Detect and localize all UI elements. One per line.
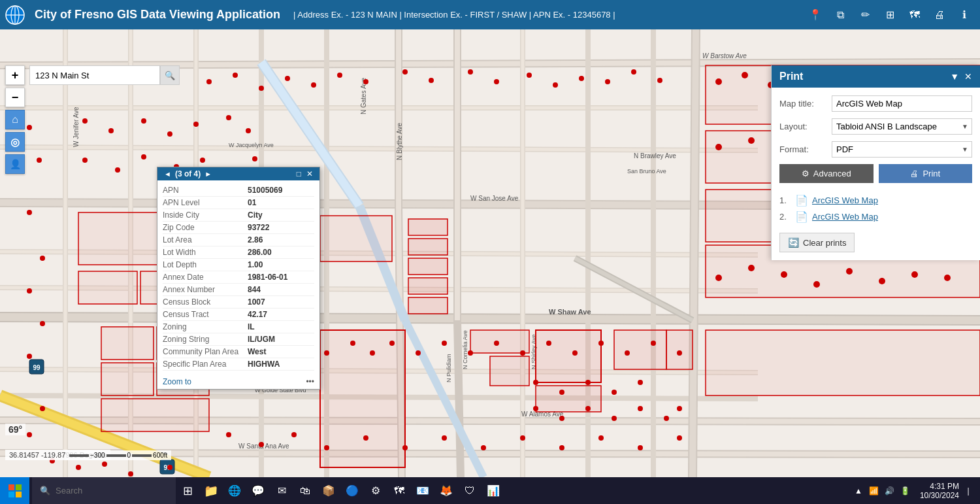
- print-panel-minimize-button[interactable]: ▼: [950, 71, 959, 82]
- taskbar-teams[interactable]: 💬: [246, 477, 270, 504]
- taskbar-antivirus[interactable]: 🛡: [458, 477, 482, 504]
- taskbar-right-area: ▲ 📶 🔊 🔋 4:31 PM 10/30/2024 |: [852, 482, 980, 500]
- taskbar-battery-icon[interactable]: 🔋: [899, 484, 912, 497]
- svg-point-193: [226, 432, 231, 437]
- find-location-icon[interactable]: 📍: [806, 6, 825, 24]
- taskbar-chevron-up[interactable]: ▲: [852, 484, 865, 497]
- taskbar-outlook[interactable]: 📧: [411, 477, 434, 504]
- popup-prev-button[interactable]: ◄: [163, 170, 172, 178]
- basemap-icon[interactable]: 🗺: [906, 6, 924, 24]
- zoom-out-button[interactable]: −: [5, 88, 25, 107]
- svg-point-189: [612, 416, 617, 421]
- popup-row-censusblock: Census Block 1007: [163, 296, 314, 309]
- taskbar-widget-button[interactable]: ⊞: [176, 477, 199, 504]
- svg-rect-221: [16, 484, 22, 490]
- print-panel-close-button[interactable]: ✕: [964, 71, 972, 82]
- taskbar-settings[interactable]: ⚙: [364, 477, 387, 504]
- svg-point-176: [572, 350, 578, 356]
- svg-point-120: [200, 158, 205, 163]
- print-header-controls: ▼ ✕: [950, 71, 972, 82]
- svg-point-96: [311, 82, 316, 88]
- print-layout-select[interactable]: Tabloid ANSI B Landscape: [832, 118, 972, 135]
- print-job-1: 1. 📄 ArcGIS Web Map: [779, 192, 972, 209]
- pdf-icon-1: 📄: [795, 194, 808, 207]
- taskbar-search-input[interactable]: [56, 486, 160, 496]
- taskbar-mail[interactable]: ✉: [270, 477, 293, 504]
- taskbar-app1[interactable]: 📊: [482, 477, 505, 504]
- svg-point-101: [468, 69, 473, 75]
- print-format-select[interactable]: PDF: [832, 141, 972, 158]
- taskbar-search-box[interactable]: 🔍: [32, 477, 176, 504]
- map-area[interactable]: 99 99 W Barstow Ave W San Jose Ave W Sha…: [0, 29, 980, 477]
- app-title: City of Fresno GIS Data Viewing Applicat…: [35, 8, 280, 22]
- popup-row-insidecity: Inside City City: [163, 209, 314, 222]
- print-icon[interactable]: 🖨: [930, 6, 949, 24]
- svg-point-123: [27, 125, 32, 130]
- taskbar-edge[interactable]: 🌐: [223, 477, 246, 504]
- svg-point-117: [115, 167, 120, 173]
- svg-point-130: [40, 406, 45, 411]
- svg-rect-81: [408, 219, 448, 235]
- print-action-buttons: ⚙ Advanced 🖨 Print: [779, 164, 972, 183]
- grid-icon[interactable]: ⊞: [881, 6, 899, 24]
- svg-rect-212: [101, 327, 154, 360]
- svg-point-110: [108, 128, 114, 133]
- popup-close-button[interactable]: ✕: [305, 169, 314, 178]
- print-panel-title: Print: [779, 71, 803, 82]
- svg-point-107: [631, 69, 636, 75]
- info-icon[interactable]: ℹ: [955, 6, 973, 24]
- taskbar-maps[interactable]: 🗺: [387, 477, 411, 504]
- home-button[interactable]: ⌂: [5, 110, 25, 129]
- system-clock[interactable]: 4:31 PM 10/30/2024: [920, 482, 959, 500]
- gear-icon: ⚙: [802, 169, 809, 178]
- print-job-2-link[interactable]: ArcGIS Web Map: [812, 212, 878, 222]
- svg-point-116: [82, 158, 88, 163]
- svg-point-114: [226, 115, 231, 120]
- zoom-in-button[interactable]: +: [5, 65, 25, 85]
- svg-text:N Pulidiam: N Pulidiam: [446, 354, 452, 382]
- print-format-label: Format:: [779, 144, 832, 154]
- print-format-select-wrapper: PDF ▼: [832, 141, 972, 158]
- taskbar-network-icon[interactable]: 📶: [868, 484, 881, 497]
- taskbar-store[interactable]: 🛍: [293, 477, 317, 504]
- header-address-example: | Address Ex. - 123 N MAIN | Intersectio…: [293, 10, 806, 20]
- locate-button[interactable]: ◎: [5, 132, 25, 152]
- svg-point-202: [559, 445, 564, 450]
- taskbar-dropbox[interactable]: 📦: [317, 477, 340, 504]
- taskbar-chrome[interactable]: 🔵: [340, 477, 364, 504]
- map-search-button[interactable]: 🔍: [160, 65, 180, 85]
- svg-rect-86: [536, 330, 601, 382]
- draw-icon[interactable]: ✏: [856, 6, 874, 24]
- scale-bar: −300 0 600ft: [65, 450, 171, 460]
- clear-prints-button[interactable]: 🔄 Clear prints: [779, 233, 855, 252]
- user-button[interactable]: 👤: [5, 154, 25, 174]
- svg-point-102: [494, 79, 499, 84]
- print-maptitle-row: Map title:: [779, 95, 972, 112]
- popup-zoom-link[interactable]: Zoom to: [163, 377, 191, 386]
- svg-point-204: [638, 445, 643, 450]
- popup-more-button[interactable]: •••: [306, 377, 314, 386]
- windows-start-button[interactable]: [0, 477, 29, 504]
- advanced-button[interactable]: ⚙ Advanced: [779, 164, 874, 183]
- popup-row-censustract: Census Tract 42.17: [163, 309, 314, 321]
- layers-icon[interactable]: ⧉: [831, 6, 849, 24]
- map-search-input[interactable]: 123 N Main St: [29, 65, 160, 85]
- svg-rect-216: [101, 399, 209, 431]
- svg-point-195: [291, 432, 297, 437]
- popup-header: ◄ (3 of 4) ► □ ✕: [157, 167, 319, 180]
- print-job-1-link[interactable]: ArcGIS Web Map: [812, 195, 878, 205]
- clock-date: 10/30/2024: [920, 491, 959, 500]
- svg-point-179: [651, 341, 656, 346]
- svg-point-125: [27, 210, 32, 215]
- taskbar-file-explorer[interactable]: 📁: [199, 477, 223, 504]
- print-maptitle-input[interactable]: [832, 95, 972, 112]
- taskbar-firefox[interactable]: 🦊: [434, 477, 458, 504]
- taskbar-speaker-icon[interactable]: 🔊: [883, 484, 896, 497]
- svg-point-113: [193, 122, 199, 127]
- popup-row-apn: APN 51005069: [163, 184, 314, 197]
- svg-point-93: [233, 73, 238, 78]
- print-button[interactable]: 🖨 Print: [879, 164, 973, 183]
- popup-next-button[interactable]: ►: [203, 170, 213, 178]
- show-desktop-button[interactable]: |: [962, 484, 975, 497]
- popup-minimize-button[interactable]: □: [295, 169, 302, 178]
